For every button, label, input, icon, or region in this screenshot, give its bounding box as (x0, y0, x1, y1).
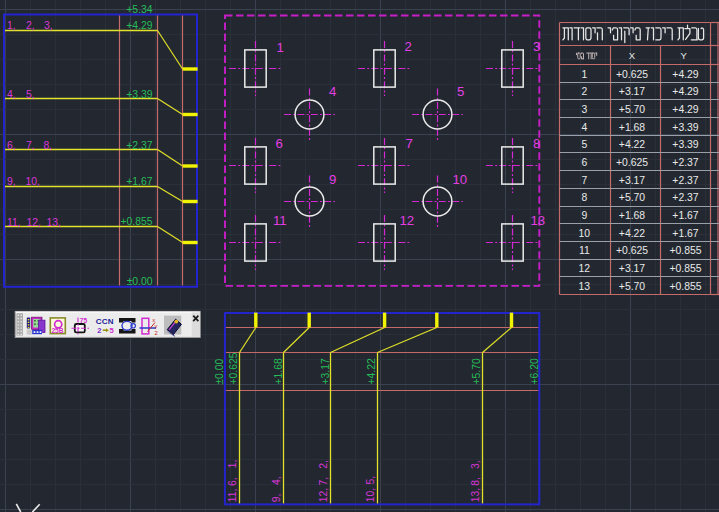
svg-text:1: 1 (277, 40, 284, 55)
svg-text:2,: 2, (26, 20, 35, 31)
svg-text:2: 2 (405, 39, 412, 54)
svg-text:7: 7 (406, 136, 413, 151)
svg-text:+5.70: +5.70 (619, 281, 646, 292)
svg-text:8,: 8, (470, 477, 481, 486)
svg-text:+2.37: +2.37 (672, 157, 699, 168)
svg-text:12,: 12, (27, 217, 41, 228)
svg-text:11,: 11, (7, 217, 21, 228)
svg-text:8,: 8, (44, 140, 53, 151)
svg-text:4,: 4, (7, 89, 16, 100)
svg-text:9: 9 (581, 210, 587, 221)
svg-text:+1.67: +1.67 (672, 228, 699, 239)
svg-text:+3.17: +3.17 (619, 86, 646, 97)
svg-text:+4.29: +4.29 (672, 104, 699, 115)
svg-text:5,: 5, (26, 89, 35, 100)
svg-text:13,: 13, (47, 217, 61, 228)
svg-text:+0.625: +0.625 (228, 352, 239, 384)
svg-text:+1.67: +1.67 (126, 176, 153, 187)
svg-text:±0.00: ±0.00 (127, 276, 153, 287)
svg-text:11,: 11, (227, 489, 238, 503)
svg-text:+0.855: +0.855 (669, 245, 701, 256)
svg-text:+3.39: +3.39 (672, 122, 699, 133)
svg-text:1,: 1, (7, 20, 16, 31)
svg-text:13: 13 (579, 281, 591, 292)
svg-text:1: 1 (581, 69, 587, 80)
svg-text:8: 8 (533, 136, 540, 151)
svg-text:7,: 7, (26, 140, 35, 151)
svg-text:+4.22: +4.22 (619, 228, 646, 239)
svg-text:10: 10 (579, 228, 591, 239)
svg-text:+3.17: +3.17 (320, 358, 331, 385)
svg-text:+2.37: +2.37 (672, 192, 699, 203)
svg-text:7,: 7, (318, 477, 329, 486)
svg-text:5: 5 (581, 139, 587, 150)
svg-text:25B: 25B (51, 327, 63, 334)
svg-text:2: 2 (154, 330, 157, 336)
svg-text:+1.68: +1.68 (619, 122, 646, 133)
svg-text:10: 10 (453, 172, 468, 187)
svg-text:4: 4 (581, 122, 587, 133)
svg-text:3,: 3, (44, 20, 53, 31)
svg-text:+0.625: +0.625 (616, 157, 648, 168)
svg-text:1,: 1, (227, 460, 238, 469)
svg-text:3,: 3, (470, 460, 481, 469)
svg-text:3: 3 (533, 39, 540, 54)
svg-text:10,: 10, (365, 488, 376, 502)
svg-text:+2.37: +2.37 (672, 175, 699, 186)
svg-text:+2.37: +2.37 (126, 140, 153, 151)
svg-text:11: 11 (579, 245, 590, 256)
svg-text:13: 13 (531, 213, 546, 228)
svg-text:Y: Y (680, 50, 687, 61)
svg-text:10,: 10, (26, 176, 40, 187)
svg-text:+5.70: +5.70 (619, 192, 646, 203)
svg-text:6,: 6, (227, 477, 238, 486)
svg-text:13,: 13, (470, 488, 481, 502)
svg-text:+4.29: +4.29 (672, 69, 699, 80)
svg-text:+0.625: +0.625 (616, 245, 648, 256)
svg-text:+4.29: +4.29 (672, 86, 699, 97)
svg-text:7: 7 (581, 175, 587, 186)
svg-text:+0.855: +0.855 (121, 216, 153, 227)
svg-text:6: 6 (581, 157, 587, 168)
svg-text:9,: 9, (7, 176, 16, 187)
svg-text:6,: 6, (7, 140, 16, 151)
svg-text:+4.22: +4.22 (366, 358, 377, 385)
svg-text:5: 5 (457, 84, 464, 99)
svg-text:+3.39: +3.39 (672, 139, 699, 150)
svg-text:y: y (155, 323, 158, 329)
svg-text:12: 12 (579, 263, 591, 274)
svg-text:+4.29: +4.29 (126, 20, 153, 31)
svg-text:9: 9 (329, 172, 336, 187)
svg-text:6: 6 (276, 136, 283, 151)
svg-text:X: X (629, 50, 636, 61)
svg-text:+5.34: +5.34 (126, 4, 153, 15)
svg-text:8: 8 (581, 192, 587, 203)
svg-text:9,: 9, (271, 494, 282, 503)
svg-text:+4.22: +4.22 (619, 139, 646, 150)
svg-text:11: 11 (273, 213, 287, 228)
svg-text:+0.625: +0.625 (616, 69, 648, 80)
svg-text:+6.20: +6.20 (529, 358, 540, 385)
svg-text:3: 3 (581, 104, 587, 115)
svg-text:2,: 2, (318, 460, 329, 469)
svg-text:±0.00: ±0.00 (214, 358, 225, 384)
svg-text:12: 12 (400, 213, 415, 228)
svg-text:+3.39: +3.39 (126, 89, 153, 100)
svg-text:2: 2 (97, 326, 101, 335)
svg-text:+5.70: +5.70 (619, 104, 646, 115)
svg-text:5,: 5, (365, 476, 376, 485)
svg-text:+5.70: +5.70 (471, 358, 482, 385)
svg-text:+3.17: +3.17 (619, 263, 646, 274)
svg-text:+1.67: +1.67 (672, 210, 699, 221)
svg-text:4,: 4, (271, 476, 282, 485)
svg-text:+1.68: +1.68 (273, 358, 284, 385)
svg-text:2: 2 (581, 86, 587, 97)
svg-text:4: 4 (329, 84, 336, 99)
svg-text:+0.855: +0.855 (669, 263, 701, 274)
svg-text:+0.855: +0.855 (669, 281, 701, 292)
svg-text:+1.68: +1.68 (619, 210, 646, 221)
svg-text:+3.17: +3.17 (619, 175, 646, 186)
svg-text:12,: 12, (318, 488, 329, 502)
